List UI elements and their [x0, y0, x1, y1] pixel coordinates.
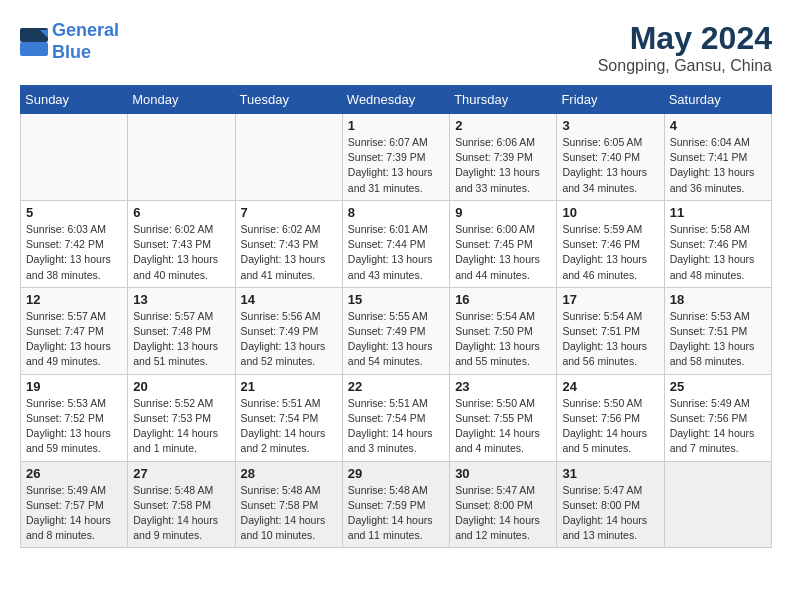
calendar-week-row: 12Sunrise: 5:57 AM Sunset: 7:47 PM Dayli…: [21, 287, 772, 374]
day-info: Sunrise: 5:54 AM Sunset: 7:50 PM Dayligh…: [455, 309, 551, 370]
day-info: Sunrise: 5:47 AM Sunset: 8:00 PM Dayligh…: [455, 483, 551, 544]
day-info: Sunrise: 5:51 AM Sunset: 7:54 PM Dayligh…: [348, 396, 444, 457]
day-number: 1: [348, 118, 444, 133]
day-info: Sunrise: 5:50 AM Sunset: 7:55 PM Dayligh…: [455, 396, 551, 457]
day-info: Sunrise: 6:05 AM Sunset: 7:40 PM Dayligh…: [562, 135, 658, 196]
day-number: 19: [26, 379, 122, 394]
calendar-cell: 26Sunrise: 5:49 AM Sunset: 7:57 PM Dayli…: [21, 461, 128, 548]
day-info: Sunrise: 6:04 AM Sunset: 7:41 PM Dayligh…: [670, 135, 766, 196]
day-info: Sunrise: 5:48 AM Sunset: 7:58 PM Dayligh…: [241, 483, 337, 544]
calendar-cell: 11Sunrise: 5:58 AM Sunset: 7:46 PM Dayli…: [664, 200, 771, 287]
calendar-cell: 19Sunrise: 5:53 AM Sunset: 7:52 PM Dayli…: [21, 374, 128, 461]
day-of-week-header: Thursday: [450, 86, 557, 114]
logo-line1: General: [52, 20, 119, 40]
day-info: Sunrise: 5:55 AM Sunset: 7:49 PM Dayligh…: [348, 309, 444, 370]
calendar-cell: 3Sunrise: 6:05 AM Sunset: 7:40 PM Daylig…: [557, 114, 664, 201]
day-number: 11: [670, 205, 766, 220]
day-info: Sunrise: 5:54 AM Sunset: 7:51 PM Dayligh…: [562, 309, 658, 370]
calendar-cell: 13Sunrise: 5:57 AM Sunset: 7:48 PM Dayli…: [128, 287, 235, 374]
day-of-week-header: Monday: [128, 86, 235, 114]
day-info: Sunrise: 6:01 AM Sunset: 7:44 PM Dayligh…: [348, 222, 444, 283]
calendar-cell: 1Sunrise: 6:07 AM Sunset: 7:39 PM Daylig…: [342, 114, 449, 201]
calendar-cell: [664, 461, 771, 548]
calendar-week-row: 1Sunrise: 6:07 AM Sunset: 7:39 PM Daylig…: [21, 114, 772, 201]
day-info: Sunrise: 6:03 AM Sunset: 7:42 PM Dayligh…: [26, 222, 122, 283]
day-number: 28: [241, 466, 337, 481]
logo: General Blue: [20, 20, 119, 63]
calendar-cell: 10Sunrise: 5:59 AM Sunset: 7:46 PM Dayli…: [557, 200, 664, 287]
calendar-cell: 22Sunrise: 5:51 AM Sunset: 7:54 PM Dayli…: [342, 374, 449, 461]
day-number: 10: [562, 205, 658, 220]
day-number: 3: [562, 118, 658, 133]
calendar-cell: 23Sunrise: 5:50 AM Sunset: 7:55 PM Dayli…: [450, 374, 557, 461]
calendar-table: SundayMondayTuesdayWednesdayThursdayFrid…: [20, 85, 772, 548]
main-title: May 2024: [598, 20, 772, 57]
day-info: Sunrise: 5:52 AM Sunset: 7:53 PM Dayligh…: [133, 396, 229, 457]
calendar-cell: 27Sunrise: 5:48 AM Sunset: 7:58 PM Dayli…: [128, 461, 235, 548]
page-header: General Blue May 2024 Songping, Gansu, C…: [20, 20, 772, 75]
day-number: 13: [133, 292, 229, 307]
day-info: Sunrise: 5:49 AM Sunset: 7:56 PM Dayligh…: [670, 396, 766, 457]
day-of-week-header: Tuesday: [235, 86, 342, 114]
day-number: 18: [670, 292, 766, 307]
calendar-cell: 8Sunrise: 6:01 AM Sunset: 7:44 PM Daylig…: [342, 200, 449, 287]
day-number: 14: [241, 292, 337, 307]
day-info: Sunrise: 5:51 AM Sunset: 7:54 PM Dayligh…: [241, 396, 337, 457]
day-number: 4: [670, 118, 766, 133]
day-info: Sunrise: 5:58 AM Sunset: 7:46 PM Dayligh…: [670, 222, 766, 283]
day-info: Sunrise: 5:56 AM Sunset: 7:49 PM Dayligh…: [241, 309, 337, 370]
calendar-cell: 31Sunrise: 5:47 AM Sunset: 8:00 PM Dayli…: [557, 461, 664, 548]
calendar-cell: 24Sunrise: 5:50 AM Sunset: 7:56 PM Dayli…: [557, 374, 664, 461]
calendar-cell: 30Sunrise: 5:47 AM Sunset: 8:00 PM Dayli…: [450, 461, 557, 548]
calendar-cell: 9Sunrise: 6:00 AM Sunset: 7:45 PM Daylig…: [450, 200, 557, 287]
day-number: 17: [562, 292, 658, 307]
subtitle: Songping, Gansu, China: [598, 57, 772, 75]
day-info: Sunrise: 5:50 AM Sunset: 7:56 PM Dayligh…: [562, 396, 658, 457]
calendar-week-row: 19Sunrise: 5:53 AM Sunset: 7:52 PM Dayli…: [21, 374, 772, 461]
day-number: 22: [348, 379, 444, 394]
calendar-cell: 17Sunrise: 5:54 AM Sunset: 7:51 PM Dayli…: [557, 287, 664, 374]
calendar-cell: 14Sunrise: 5:56 AM Sunset: 7:49 PM Dayli…: [235, 287, 342, 374]
logo-text: General Blue: [52, 20, 119, 63]
calendar-cell: 29Sunrise: 5:48 AM Sunset: 7:59 PM Dayli…: [342, 461, 449, 548]
calendar-cell: 18Sunrise: 5:53 AM Sunset: 7:51 PM Dayli…: [664, 287, 771, 374]
day-number: 16: [455, 292, 551, 307]
day-number: 21: [241, 379, 337, 394]
day-info: Sunrise: 5:49 AM Sunset: 7:57 PM Dayligh…: [26, 483, 122, 544]
day-number: 2: [455, 118, 551, 133]
svg-rect-1: [20, 42, 48, 56]
day-number: 27: [133, 466, 229, 481]
calendar-body: 1Sunrise: 6:07 AM Sunset: 7:39 PM Daylig…: [21, 114, 772, 548]
calendar-cell: 25Sunrise: 5:49 AM Sunset: 7:56 PM Dayli…: [664, 374, 771, 461]
day-info: Sunrise: 5:53 AM Sunset: 7:51 PM Dayligh…: [670, 309, 766, 370]
calendar-cell: 7Sunrise: 6:02 AM Sunset: 7:43 PM Daylig…: [235, 200, 342, 287]
calendar-cell: 6Sunrise: 6:02 AM Sunset: 7:43 PM Daylig…: [128, 200, 235, 287]
logo-line2: Blue: [52, 42, 91, 62]
day-number: 15: [348, 292, 444, 307]
calendar-cell: 16Sunrise: 5:54 AM Sunset: 7:50 PM Dayli…: [450, 287, 557, 374]
day-info: Sunrise: 5:48 AM Sunset: 7:59 PM Dayligh…: [348, 483, 444, 544]
calendar-cell: 28Sunrise: 5:48 AM Sunset: 7:58 PM Dayli…: [235, 461, 342, 548]
calendar-cell: [21, 114, 128, 201]
calendar-cell: [235, 114, 342, 201]
day-info: Sunrise: 6:06 AM Sunset: 7:39 PM Dayligh…: [455, 135, 551, 196]
day-info: Sunrise: 6:02 AM Sunset: 7:43 PM Dayligh…: [241, 222, 337, 283]
day-number: 30: [455, 466, 551, 481]
day-number: 9: [455, 205, 551, 220]
calendar-cell: 15Sunrise: 5:55 AM Sunset: 7:49 PM Dayli…: [342, 287, 449, 374]
day-number: 23: [455, 379, 551, 394]
title-block: May 2024 Songping, Gansu, China: [598, 20, 772, 75]
day-info: Sunrise: 5:48 AM Sunset: 7:58 PM Dayligh…: [133, 483, 229, 544]
day-number: 24: [562, 379, 658, 394]
calendar-cell: [128, 114, 235, 201]
day-number: 25: [670, 379, 766, 394]
calendar-cell: 4Sunrise: 6:04 AM Sunset: 7:41 PM Daylig…: [664, 114, 771, 201]
day-number: 26: [26, 466, 122, 481]
day-info: Sunrise: 5:47 AM Sunset: 8:00 PM Dayligh…: [562, 483, 658, 544]
day-number: 20: [133, 379, 229, 394]
day-number: 7: [241, 205, 337, 220]
calendar-week-row: 5Sunrise: 6:03 AM Sunset: 7:42 PM Daylig…: [21, 200, 772, 287]
day-info: Sunrise: 6:00 AM Sunset: 7:45 PM Dayligh…: [455, 222, 551, 283]
calendar-cell: 21Sunrise: 5:51 AM Sunset: 7:54 PM Dayli…: [235, 374, 342, 461]
day-info: Sunrise: 5:59 AM Sunset: 7:46 PM Dayligh…: [562, 222, 658, 283]
